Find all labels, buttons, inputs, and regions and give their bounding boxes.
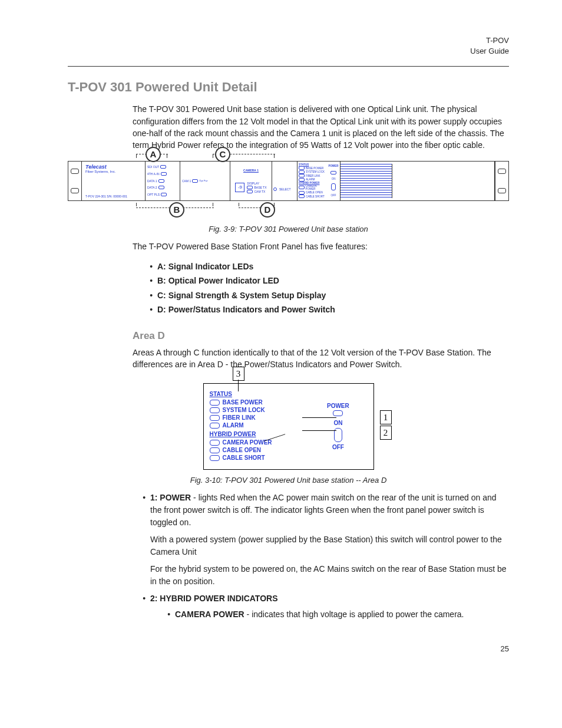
rack-slot-icon xyxy=(498,188,506,193)
item-2-lead: 2: HYBRID POWER INDICATORS xyxy=(150,594,278,603)
led-icon xyxy=(210,455,220,461)
led-icon xyxy=(299,166,305,170)
hybrid-section-label: HYBRID POWER xyxy=(210,431,303,437)
sub-item-text: - indicates that high voltage is applied… xyxy=(244,610,464,619)
power-label: POWER xyxy=(328,164,338,167)
hybrid-item: CABLE OPEN xyxy=(306,191,323,194)
off-label: OFF xyxy=(332,444,344,450)
list-item: 1: POWER - lights Red when the AC power … xyxy=(148,492,509,588)
hybrid-item: CAMERA POWER xyxy=(306,185,326,190)
rack-slot-icon xyxy=(71,188,79,193)
tx-label: BASE TX xyxy=(254,186,266,189)
header-doc: User Guide xyxy=(68,46,509,57)
panel-b: CAM 1Opt Pwr xyxy=(180,162,230,200)
status-item: FIBER LINK xyxy=(223,414,256,421)
led-icon xyxy=(210,407,220,413)
panel-c-display: CAMERA 1 -9 DISPLAY BASE TX CAM TX xyxy=(230,162,272,200)
signal-label: DATA 2 xyxy=(147,186,157,189)
status-label: STATUS xyxy=(299,163,326,166)
sub-item-lead: CAMERA POWER xyxy=(175,610,244,619)
figure-3-9-caption: Fig. 3-9: T-POV 301 Powered Unit base st… xyxy=(68,225,509,233)
area-d-panel: STATUS BASE POWER SYSTEM LOCK FIBER LINK… xyxy=(203,383,374,470)
select-dot-icon xyxy=(273,187,277,191)
page-number: 25 xyxy=(68,644,509,653)
led-icon xyxy=(247,186,253,189)
hybrid-item: CABLE SHORT xyxy=(223,454,265,461)
status-item: SYSTEM LOCK xyxy=(306,170,325,173)
rack-slot-icon xyxy=(71,169,79,174)
brand-sub: Fiber Systems, Inc. xyxy=(85,170,141,173)
display-value: -9 xyxy=(238,185,242,190)
led-icon xyxy=(299,174,305,177)
area-d-text: Areas A through C function identically t… xyxy=(133,347,509,371)
status-item: BASE POWER xyxy=(306,167,323,170)
callout-b: B xyxy=(169,202,184,218)
rack-ear-right xyxy=(495,162,508,200)
camera-title: CAMERA 1 xyxy=(243,169,259,172)
status-item: BASE POWER xyxy=(223,399,263,406)
item-1-p2: With a powered system (power supplied by… xyxy=(150,533,509,558)
header-product: T-POV xyxy=(68,35,509,46)
led-icon xyxy=(299,195,305,198)
section-title: T-POV 301 Powered Unit Detail xyxy=(68,80,509,95)
features-list: A: Signal Indicator LEDs B: Optical Powe… xyxy=(144,259,509,317)
signal-display: -9 xyxy=(235,183,244,192)
model-number: T-POV 224-301 S/N: 00000-001 xyxy=(85,195,141,198)
callout-1: 1 xyxy=(380,410,392,424)
panel-d: STATUS BASE POWER SYSTEM LOCK FIBER LINK… xyxy=(297,162,340,200)
signal-label: SDI OUT xyxy=(147,165,159,169)
led-icon xyxy=(158,186,164,189)
hybrid-label: HYBRID POWER xyxy=(299,182,326,185)
status-item: SYSTEM LOCK xyxy=(223,407,265,413)
led-icon xyxy=(210,415,220,421)
led-icon xyxy=(210,440,220,446)
led-icon xyxy=(160,165,166,169)
led-icon xyxy=(210,400,220,406)
features-intro: The T-POV Powered Base Station Front Pan… xyxy=(133,241,509,252)
optical-label: CAM 1 xyxy=(182,179,191,183)
led-icon xyxy=(161,193,167,196)
status-item: ALARM xyxy=(306,178,315,181)
select-label: SELECT xyxy=(279,187,290,191)
item-1-lead: 1: POWER xyxy=(150,493,191,502)
callout-3: 3 xyxy=(233,367,244,381)
callout-c: C xyxy=(215,147,230,162)
led-icon xyxy=(158,179,164,183)
leader-line xyxy=(238,380,239,391)
off-label: OFF xyxy=(331,194,336,197)
led-icon xyxy=(192,179,198,183)
led-icon xyxy=(161,172,167,176)
list-item: 2: HYBRID POWER INDICATORS CAMERA POWER … xyxy=(148,592,509,621)
signal-label: 4TH A-IN xyxy=(147,172,160,176)
power-led-icon xyxy=(333,410,343,416)
signal-label: OPT PLS xyxy=(147,193,160,196)
tx-label: CAM TX xyxy=(254,190,265,193)
feature-item: A: Signal Indicator LEDs xyxy=(157,262,253,271)
header-rule xyxy=(68,66,509,67)
status-item: FIBER LINK xyxy=(306,174,320,177)
item-1-p3: For the hybrid system to be powered on, … xyxy=(150,563,509,588)
figure-3-10-caption: Fig. 3-10: T-POV 301 Powered Unit base s… xyxy=(68,476,509,485)
display-label: DISPLAY xyxy=(247,182,266,185)
numbered-items-list: 1: POWER - lights Red when the AC power … xyxy=(137,492,509,621)
callout-d: D xyxy=(260,202,275,218)
hybrid-item: CABLE OPEN xyxy=(223,447,262,453)
status-section-label: STATUS xyxy=(210,391,303,397)
blank-panel xyxy=(392,162,495,200)
hybrid-item: CABLE SHORT xyxy=(306,195,325,198)
switch-icon xyxy=(331,183,336,190)
vent-panel xyxy=(340,164,392,198)
rack-front-panel: Telecast Fiber Systems, Inc. T-POV 224-3… xyxy=(68,161,509,201)
status-item: ALARM xyxy=(223,422,244,429)
callout-2: 2 xyxy=(380,426,392,440)
leader-line xyxy=(302,430,336,431)
led-icon xyxy=(210,447,220,453)
leader-line xyxy=(302,417,336,418)
panel-c-select: SELECT xyxy=(272,162,297,200)
brand-name: Telecast xyxy=(85,164,107,170)
page-header: T-POV User Guide xyxy=(68,35,509,57)
on-label: ON xyxy=(333,420,342,426)
led-icon xyxy=(299,170,305,174)
on-label: ON xyxy=(332,177,336,180)
area-d-heading: Area D xyxy=(133,330,509,342)
